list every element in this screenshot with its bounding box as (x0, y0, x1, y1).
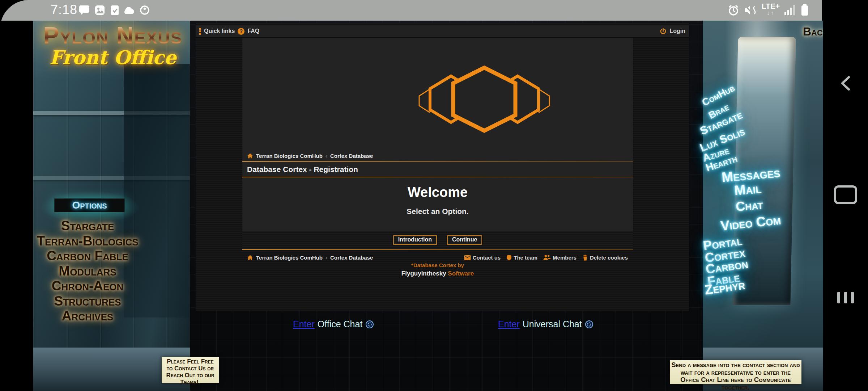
breadcrumb-separator: ‹ (326, 153, 327, 159)
cloud-icon (123, 7, 135, 14)
home-icon (834, 185, 857, 204)
task-check-icon (111, 5, 119, 16)
signal-strength-icon (784, 4, 796, 16)
enter-office-chat-link[interactable]: Enter (293, 319, 315, 329)
continue-button[interactable]: Continue (447, 235, 482, 245)
credit-brand-link[interactable]: Flyguyinthesky Software (242, 270, 633, 277)
credit-line: *Database Cortex by (242, 262, 633, 269)
welcome-subtitle: Select an Option. (242, 207, 633, 216)
chat-bubble-icon (79, 5, 90, 15)
members-icon (543, 255, 551, 260)
menu-item-chron-aeon[interactable]: Chron-Aeon (33, 278, 142, 294)
divider (242, 249, 633, 250)
chat-badge-icon[interactable] (585, 320, 593, 329)
envelope-icon (464, 255, 471, 260)
data-saver-icon (140, 5, 150, 15)
android-nav-bar (823, 0, 868, 391)
breadcrumb-forum-link[interactable]: Cortex Database (330, 153, 373, 159)
enter-universal-chat-link[interactable]: Enter (498, 319, 520, 329)
page-title: Database Cortex - Registration (247, 165, 358, 174)
forum-navbar: Quick links ? FAQ Login (196, 25, 689, 38)
phone-screen: 7:18 LTE+ ↓↑ (0, 0, 868, 391)
site-logo: Pylon Nexus Front Office (37, 24, 189, 67)
quick-links-button[interactable]: Quick links (204, 28, 235, 34)
menu-item-archives[interactable]: Archives (33, 308, 142, 324)
welcome-heading: Welcome (242, 185, 633, 200)
left-menu: Stargate Terran-Biologics Carbon Fable M… (33, 218, 142, 324)
footer-breadcrumb: Terran Biologics ComHub ‹ Cortex Databas… (247, 255, 373, 261)
shield-icon (506, 255, 512, 261)
contact-note: Please Feel Free to Contact Us or Reach … (162, 357, 219, 383)
chat-badge-icon[interactable] (365, 320, 374, 329)
power-icon (660, 28, 667, 35)
neon-menu-mail[interactable]: Mail (734, 182, 762, 197)
faq-link[interactable]: FAQ (247, 28, 259, 34)
footer-board-link[interactable]: Terran Biologics ComHub (256, 255, 323, 261)
left-artwork-panel: Pylon Nexus Front Office Options Stargat… (33, 21, 190, 391)
breadcrumb-board-link[interactable]: Terran Biologics ComHub (256, 153, 323, 159)
footer-breadcrumb-separator: ‹ (326, 255, 327, 261)
contact-us-link[interactable]: Contact us (464, 255, 501, 261)
site-logo-title: Pylon Nexus (37, 24, 189, 47)
browser-viewport: Pylon Nexus Front Office Options Stargat… (33, 21, 823, 391)
clock: 7:18 (51, 2, 77, 17)
forum-hexagon-logo[interactable] (415, 62, 567, 141)
home-icon (247, 153, 253, 159)
back-chevron-icon (839, 75, 852, 91)
office-chat-label: Office Chat (318, 319, 363, 329)
menu-item-structures[interactable]: Structures (33, 294, 142, 309)
neon-menu-chat[interactable]: Chat (735, 198, 763, 213)
faq-icon: ? (238, 28, 244, 35)
members-link[interactable]: Members (543, 255, 576, 261)
divider (242, 177, 633, 177)
forum-frame: Quick links ? FAQ Login (196, 23, 689, 311)
universal-chat-row: Enter Universal Chat (498, 319, 593, 329)
recents-icon (837, 292, 854, 303)
registration-buttons: Introduction Continue (242, 231, 633, 249)
battery-icon (801, 4, 809, 16)
mute-vibrate-icon (744, 5, 757, 16)
office-chat-row: Enter Office Chat (293, 319, 374, 329)
menu-item-stargate[interactable]: Stargate (33, 218, 142, 234)
site-logo-subtitle: Front Office (37, 48, 189, 67)
breadcrumb: Terran Biologics ComHub ‹ Cortex Databas… (242, 151, 633, 160)
delete-cookies-link[interactable]: Delete cookies (582, 255, 628, 261)
forum-credit: *Database Cortex by Flyguyinthesky Softw… (242, 262, 633, 277)
the-team-link[interactable]: The team (506, 255, 537, 261)
home-icon (247, 255, 253, 261)
home-button[interactable] (823, 185, 868, 204)
gallery-icon (95, 5, 105, 15)
trash-icon (582, 255, 588, 261)
chat-instructions-note: Send a message into the contact section … (670, 360, 801, 384)
forum-page-body: Terran Biologics ComHub ‹ Cortex Databas… (242, 38, 633, 250)
network-arrows-icon: ↓↑ (760, 10, 781, 16)
status-bar: 7:18 LTE+ ↓↑ (0, 0, 822, 21)
options-button[interactable]: Options (54, 198, 125, 212)
recents-button[interactable] (823, 292, 868, 303)
footer-forum-link[interactable]: Cortex Database (330, 255, 373, 261)
divider (242, 161, 633, 162)
login-link[interactable]: Login (669, 28, 685, 34)
menu-item-terran-biologics[interactable]: Terran-Biologics (33, 234, 142, 249)
menu-item-modulars[interactable]: Modulars (33, 264, 142, 279)
lte-network-indicator: LTE+ ↓↑ (760, 2, 781, 16)
back-link[interactable]: Back (803, 26, 823, 37)
back-button[interactable] (823, 75, 868, 91)
introduction-button[interactable]: Introduction (393, 235, 437, 245)
universal-chat-label: Universal Chat (523, 319, 582, 329)
quick-links-icon (199, 27, 201, 35)
menu-item-carbon-fable[interactable]: Carbon Fable (33, 248, 142, 264)
alarm-icon (728, 4, 739, 16)
